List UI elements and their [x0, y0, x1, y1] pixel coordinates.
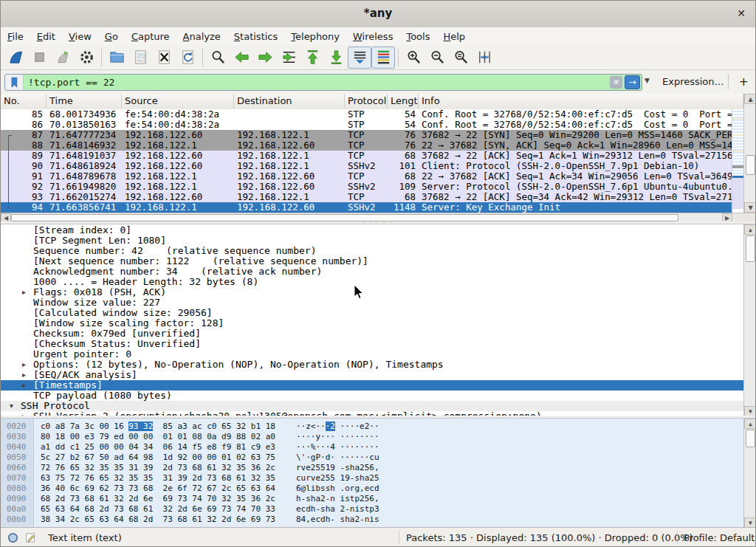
hex-row-00b0[interactable]: 00b038 34 2c 65 63 64 68 2d 73 68 61 32 … — [1, 515, 755, 525]
hex-row-0040[interactable]: 0040a1 dd c1 25 00 00 04 34 06 14 f5 e8 … — [1, 442, 755, 453]
detail-row[interactable]: ▾SSH Protocol — [1, 401, 743, 411]
hex-vscrollbar[interactable]: ▲ ▼ — [743, 419, 755, 528]
details-vscrollbar[interactable]: ▲ ▼ — [743, 224, 755, 416]
column-header-no[interactable]: No. — [1, 94, 47, 109]
go-last-button[interactable] — [324, 47, 348, 69]
scroll-thumb[interactable] — [746, 235, 755, 262]
detail-row[interactable]: ▸[Timestamps] — [1, 380, 743, 391]
detail-row[interactable]: [Calculated window size: 29056] — [1, 308, 743, 318]
go-first-button[interactable] — [300, 47, 324, 69]
hex-bytes[interactable]: 38 34 2c 65 63 64 68 2d 73 68 61 32 2d 6… — [41, 515, 275, 525]
hex-row-0070[interactable]: 007063 75 72 76 65 32 35 35 31 39 2d 73 … — [1, 473, 755, 484]
detail-row[interactable]: ▸[SEQ/ACK analysis] — [1, 370, 743, 380]
hex-row-0020[interactable]: 0020c0 a8 7a 3c 00 16 93 32 85 a3 ac c0 … — [1, 422, 755, 432]
packet-row-92[interactable]: 9271.661949820192.168.122.1192.168.122.6… — [1, 182, 732, 192]
expand-arrow-icon[interactable]: ▸ — [22, 359, 26, 370]
scroll-up-arrow[interactable]: ▲ — [744, 224, 755, 235]
packet-list-vscrollbar[interactable]: ▲ ▼ — [743, 94, 756, 213]
hex-bytes[interactable]: 36 40 6c 69 62 73 73 68 2e 6f 72 67 2c 6… — [41, 484, 275, 494]
expression-button[interactable]: Expression… — [662, 76, 724, 87]
expand-arrow-icon[interactable]: ▸ — [22, 287, 26, 297]
detail-row[interactable]: TCP payload (1080 bytes) — [1, 391, 743, 401]
detail-row[interactable]: ▸Options: (12 bytes), No-Operation (NOP)… — [1, 359, 743, 370]
hex-ascii[interactable]: ····y··· ········ — [296, 432, 379, 442]
menu-tools[interactable]: Tools — [399, 28, 436, 45]
menu-analyze[interactable]: Analyze — [176, 28, 227, 45]
menu-file[interactable]: File — [1, 28, 30, 45]
hex-ascii[interactable]: curve255 19-sha25 — [296, 473, 379, 484]
collapse-arrow-icon[interactable]: ▾ — [10, 401, 13, 411]
profile-status[interactable]: Profile: Default — [684, 532, 755, 543]
menu-wireless[interactable]: Wireless — [346, 28, 399, 45]
column-header-destination[interactable]: Destination — [234, 94, 345, 109]
file-reload-button[interactable] — [176, 47, 199, 69]
menu-statistics[interactable]: Statistics — [227, 28, 284, 45]
file-close-button[interactable] — [152, 47, 176, 69]
title-bar[interactable]: *any ✕ — [1, 1, 755, 28]
column-header-source[interactable]: Source — [122, 94, 234, 109]
file-open-button[interactable] — [105, 47, 128, 69]
hex-ascii[interactable]: \'·gP·d· ······cu — [296, 453, 379, 463]
zoom-original-button[interactable] — [449, 47, 472, 69]
display-filter-field[interactable]: !tcp.port == 22 ✕ → — [4, 74, 642, 91]
zoom-in-button[interactable] — [402, 47, 425, 69]
hex-ascii[interactable]: ··z<···2 ····e2·· — [296, 422, 379, 432]
filter-apply-icon[interactable]: → — [625, 75, 640, 89]
packet-row-94[interactable]: 9471.663856741192.168.122.1192.168.122.6… — [1, 202, 732, 213]
hex-bytes[interactable]: 5c 27 b2 67 50 ad 64 98 1d 92 00 00 01 0… — [41, 453, 275, 463]
hex-bytes[interactable]: 80 18 00 e3 79 ed 00 00 01 01 08 0a d9 8… — [41, 432, 275, 442]
detail-row[interactable]: Urgent pointer: 0 — [1, 349, 743, 359]
hex-bytes[interactable]: a1 dd c1 25 00 00 04 34 06 14 f5 e8 f9 8… — [41, 442, 275, 453]
hex-ascii[interactable]: 6@libssh .org,ecd — [296, 484, 379, 494]
hex-row-0050[interactable]: 00505c 27 b2 67 50 ad 64 98 1d 92 00 00 … — [1, 453, 755, 463]
hex-row-0090[interactable]: 009068 2d 73 68 61 32 2d 6e 69 73 74 70 … — [1, 494, 755, 504]
detail-row[interactable]: Acknowledgment number: 34 (relative ack … — [1, 266, 743, 277]
zoom-out-button[interactable] — [425, 47, 449, 69]
scroll-thumb[interactable] — [746, 155, 755, 175]
capture-comment-icon[interactable] — [24, 531, 37, 547]
menu-capture[interactable]: Capture — [125, 28, 176, 45]
expert-info-icon[interactable] — [7, 531, 19, 547]
colorize-button[interactable] — [371, 47, 395, 69]
hex-ascii[interactable]: ···%···4 ········ — [296, 442, 379, 453]
add-filter-button[interactable]: + — [739, 75, 749, 89]
filter-input[interactable]: !tcp.port == 22 — [24, 77, 610, 88]
hex-bytes[interactable]: 72 76 65 32 35 35 31 39 2d 73 68 61 32 3… — [41, 463, 275, 473]
capture-options-button[interactable] — [75, 47, 98, 69]
detail-row[interactable]: 1000 .... = Header Length: 32 bytes (8) — [1, 277, 743, 287]
filter-bookmark-icon[interactable] — [5, 75, 24, 90]
packet-row-93[interactable]: 9371.662015274192.168.122.60192.168.122.… — [1, 192, 732, 202]
detail-row[interactable]: Checksum: 0x79ed [unverified] — [1, 328, 743, 339]
column-header-length[interactable]: Length — [388, 94, 419, 109]
detail-row[interactable]: ▸Flags: 0x018 (PSH, ACK) — [1, 287, 743, 297]
expand-arrow-icon[interactable]: ▸ — [22, 380, 26, 391]
hex-row-0080[interactable]: 008036 40 6c 69 62 73 73 68 2e 6f 72 67 … — [1, 484, 755, 494]
filter-clear-icon[interactable]: ✕ — [610, 76, 622, 89]
auto-scroll-button[interactable] — [348, 47, 371, 69]
packet-row-86[interactable]: 8670.013850163fe:54:00:d4:38:2aSTP54Conf… — [1, 120, 732, 130]
detail-row[interactable]: [Stream index: 0] — [1, 225, 743, 235]
hex-row-00a0[interactable]: 00a065 63 64 68 2d 73 68 61 32 2d 6e 69 … — [1, 504, 755, 515]
hex-ascii[interactable]: 84,ecdh- sha2-nis — [296, 515, 379, 525]
resize-columns-button[interactable] — [472, 47, 496, 69]
detail-row[interactable]: [Checksum Status: Unverified] — [1, 339, 743, 349]
menu-edit[interactable]: Edit — [30, 28, 62, 45]
expand-arrow-icon[interactable]: ▸ — [22, 370, 26, 380]
hex-row-0060[interactable]: 006072 76 65 32 35 35 31 39 2d 73 68 61 … — [1, 463, 755, 473]
detail-row[interactable]: Window size value: 227 — [1, 297, 743, 308]
capture-stop-button[interactable] — [27, 47, 51, 69]
file-save-button[interactable]: 010101100011 — [128, 47, 152, 69]
packet-row-87[interactable]: 8771.647777234192.168.122.60192.168.122.… — [1, 130, 732, 140]
go-back-button[interactable] — [230, 47, 253, 69]
hex-ascii[interactable]: rve25519 -sha256, — [296, 463, 379, 473]
scroll-down-arrow[interactable]: ▼ — [744, 406, 755, 416]
scroll-up-arrow[interactable]: ▲ — [744, 94, 756, 104]
column-header-info[interactable]: Info — [419, 94, 743, 109]
hex-ascii[interactable]: h-sha2-n istp256, — [296, 494, 379, 504]
capture-restart-button[interactable] — [51, 47, 75, 69]
menu-help[interactable]: Help — [436, 28, 472, 45]
find-packet-button[interactable] — [206, 47, 230, 69]
packet-list-minimap[interactable] — [732, 109, 744, 213]
scroll-down-arrow[interactable]: ▼ — [744, 202, 756, 213]
hex-bytes[interactable]: 65 63 64 68 2d 73 68 61 32 2d 6e 69 73 7… — [41, 504, 275, 515]
